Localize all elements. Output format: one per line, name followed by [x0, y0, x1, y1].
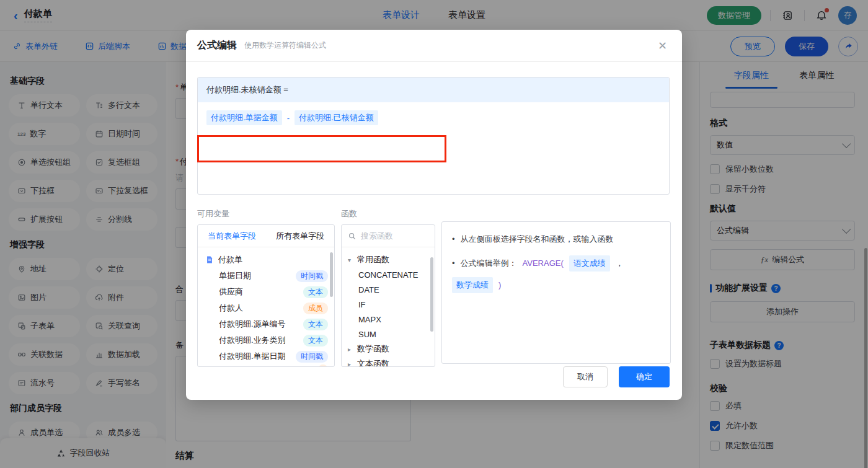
type-badge: 时间戳	[296, 270, 328, 282]
variable-row[interactable]: 付款明细.单据日期时间戳	[198, 348, 334, 364]
variable-row[interactable]: 单据日期时间戳	[198, 268, 334, 284]
variables-tree: 付款单 单据日期时间戳 供应商文本 付款人成员 付款明细.源单编号文本 付款明细…	[198, 247, 334, 367]
modal-title: 公式编辑	[197, 39, 237, 52]
formula-edit-modal: 公式编辑 使用数学运算符编辑公式 ✕ 付款明细.未核销金额 = 付款明细.单据金…	[186, 30, 682, 400]
functions-column: 函数 搜索函数 ▾常用函数 CONCATENATE DATE IF MAPX	[341, 208, 435, 367]
search-icon	[348, 232, 356, 241]
variables-column: 可用变量 当前表单字段 所有表单字段 付款单 单据日期时间戳	[197, 208, 335, 367]
bullet-icon: •	[452, 257, 455, 270]
example-token-1: 语文成绩	[569, 255, 610, 272]
type-badge: 成员	[303, 302, 328, 314]
variable-row-partial[interactable]	[198, 364, 334, 367]
chevron-expanded-icon: ▾	[348, 257, 354, 263]
variable-row[interactable]: 付款明细.源单编号文本	[198, 316, 334, 332]
function-group-math[interactable]: ▸数学函数	[342, 342, 435, 356]
variables-scrollbar[interactable]	[330, 252, 333, 297]
function-group-common[interactable]: ▾常用函数	[342, 252, 435, 267]
function-item[interactable]: IF	[342, 297, 435, 312]
function-search-placeholder: 搜索函数	[361, 231, 393, 242]
formula-token-right[interactable]: 付款明细.已核销金额	[294, 110, 378, 125]
variable-row[interactable]: 供应商文本	[198, 284, 334, 300]
close-icon[interactable]: ✕	[658, 40, 667, 51]
type-badge: 文本	[303, 319, 328, 330]
functions-panel: 搜索函数 ▾常用函数 CONCATENATE DATE IF MAPX SUM …	[341, 224, 435, 367]
document-icon	[205, 255, 214, 264]
formula-expression-row[interactable]: 付款明细.单据金额 - 付款明细.已核销金额	[198, 102, 669, 133]
example-function-close: )	[498, 279, 501, 291]
variables-panel: 当前表单字段 所有表单字段 付款单 单据日期时间戳 供应商文本 付款人成员 付款…	[197, 224, 335, 367]
app-window: ‹ 付款单 表单设计 表单设置 数据管理 存 表单外链	[0, 0, 868, 468]
modal-body: 付款明细.未核销金额 = 付款明细.单据金额 - 付款明细.已核销金额 可用变量…	[186, 62, 682, 367]
bullet-icon: •	[452, 233, 455, 245]
function-item[interactable]: DATE	[342, 282, 435, 297]
formula-editor[interactable]: 付款明细.未核销金额 = 付款明细.单据金额 - 付款明细.已核销金额	[197, 77, 670, 195]
help-column: • 从左侧面板选择字段名和函数，或输入函数 • 公式编辑举例： AVERAGE(…	[441, 221, 671, 367]
confirm-button[interactable]: 确定	[619, 366, 670, 387]
variable-row[interactable]: 付款人成员	[198, 300, 334, 316]
tab-current-form-fields[interactable]: 当前表单字段	[208, 231, 256, 242]
formula-target-row: 付款明细.未核销金额 =	[198, 77, 669, 102]
modal-header: 公式编辑 使用数学运算符编辑公式 ✕	[186, 30, 682, 62]
functions-label: 函数	[341, 208, 435, 219]
chevron-collapsed-icon: ▸	[348, 361, 354, 368]
chevron-collapsed-icon: ▸	[348, 346, 354, 353]
functions-scrollbar[interactable]	[430, 257, 433, 332]
modal-subtitle: 使用数学运算符编辑公式	[244, 40, 326, 51]
function-item[interactable]: CONCATENATE	[342, 267, 435, 282]
tree-root-form[interactable]: 付款单	[198, 252, 334, 268]
cancel-button[interactable]: 取消	[563, 366, 608, 387]
tab-all-form-fields[interactable]: 所有表单字段	[276, 231, 324, 242]
formula-operator: -	[287, 113, 290, 123]
formula-token-left[interactable]: 付款明细.单据金额	[206, 110, 282, 125]
type-badge: 文本	[303, 335, 328, 347]
function-item[interactable]: SUM	[342, 327, 435, 342]
function-item[interactable]: MAPX	[342, 312, 435, 327]
type-badge: 文本	[303, 286, 328, 298]
modal-footer: 取消 确定	[563, 366, 670, 387]
help-line-1: • 从左侧面板选择字段名和函数，或输入函数	[452, 233, 660, 245]
variable-row[interactable]: 付款明细.业务类别文本	[198, 332, 334, 348]
type-badge: 时间戳	[296, 351, 328, 363]
variables-tabs: 当前表单字段 所有表单字段	[198, 225, 334, 247]
example-token-2: 数学成绩	[452, 277, 493, 293]
function-group-text[interactable]: ▸文本函数	[342, 356, 435, 367]
help-line-2: • 公式编辑举例： AVERAGE( 语文成绩 ， 数学成绩 )	[452, 255, 660, 293]
modal-columns: 可用变量 当前表单字段 所有表单字段 付款单 单据日期时间戳	[197, 208, 671, 367]
help-panel: • 从左侧面板选择字段名和函数，或输入函数 • 公式编辑举例： AVERAGE(…	[441, 221, 671, 364]
functions-tree: ▾常用函数 CONCATENATE DATE IF MAPX SUM ▸数学函数…	[342, 247, 435, 367]
variables-label: 可用变量	[197, 208, 335, 219]
example-function-open: AVERAGE(	[523, 257, 564, 270]
function-search[interactable]: 搜索函数	[342, 225, 435, 247]
